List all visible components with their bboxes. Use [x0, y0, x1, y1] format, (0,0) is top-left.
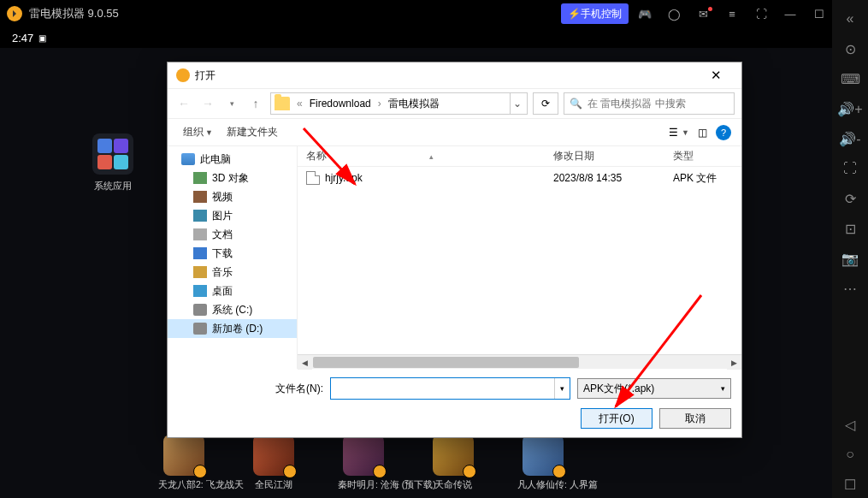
tree-music[interactable]: 音乐 [168, 263, 297, 282]
maximize-button[interactable]: ☐ [806, 3, 832, 24]
tree-this-pc[interactable]: 此电脑 [168, 150, 297, 169]
tree-pictures[interactable]: 图片 [168, 206, 297, 225]
file-open-dialog: 打开 ✕ ← → ▾ ↑ « Firedownload › 雷电模拟器 ⌄ ⟳ … [167, 62, 742, 438]
tree-desktop[interactable]: 桌面 [168, 282, 297, 300]
dialog-footer: 文件名(N): ▾ APK文件(*.apk) ▾ 打开(O) 取消 [168, 369, 741, 437]
record-icon[interactable]: ⊡ [836, 215, 865, 242]
filename-label: 文件名(N): [178, 382, 323, 396]
organize-menu[interactable]: 组织▼ [178, 122, 218, 142]
minimize-button[interactable]: — [777, 3, 803, 24]
tree-documents[interactable]: 文档 [168, 225, 297, 244]
folder-icon [275, 97, 290, 110]
file-list-pane: 名称▴ 修改日期 类型 hjrjy.apk 2023/8/8 14:35 APK… [298, 146, 741, 369]
menu-icon[interactable]: ≡ [719, 3, 745, 24]
breadcrumb-bar[interactable]: « Firedownload › 雷电模拟器 ⌄ [270, 92, 528, 115]
nav-forward-button[interactable]: → [198, 97, 217, 110]
dialog-titlebar: 打开 ✕ [168, 62, 741, 88]
column-date[interactable]: 修改日期 [545, 149, 664, 163]
new-folder-button[interactable]: 新建文件夹 [221, 122, 283, 142]
app-titlebar: 雷电模拟器 9.0.55 ⚡ 手机控制 🎮 ◯ ✉ ≡ ⛶ — ☐ ✕ [0, 0, 868, 27]
refresh-icon[interactable]: ⟳ [836, 185, 865, 212]
mail-icon[interactable]: ✉ [690, 3, 716, 24]
tree-videos[interactable]: 视频 [168, 187, 297, 206]
back-nav-icon[interactable]: ◁ [836, 411, 865, 438]
gamepad-icon[interactable]: 🎮 [632, 3, 658, 24]
android-statusbar: 2:47 ▣ ▾ ◢ ▮ [0, 27, 868, 48]
app-item[interactable]: 天命传说 [428, 435, 479, 491]
search-input[interactable] [588, 98, 729, 110]
volume-down-icon[interactable]: 🔊- [836, 125, 865, 152]
cancel-button[interactable]: 取消 [659, 408, 731, 429]
scroll-right-button[interactable]: ▶ [727, 355, 741, 370]
breadcrumb-item[interactable]: Firedownload [306, 96, 375, 111]
fullscreen-icon[interactable]: ⛶ [748, 3, 774, 24]
search-box[interactable]: 🔍 [564, 92, 735, 115]
app-item[interactable]: 凡人修仙传: 人界篇 [517, 435, 569, 491]
collapse-icon[interactable]: « [836, 5, 865, 33]
filename-input[interactable] [331, 378, 554, 399]
file-row[interactable]: hjrjy.apk 2023/8/8 14:35 APK 文件 [298, 167, 741, 189]
notification-icon: ▣ [38, 33, 46, 43]
keyboard-icon[interactable]: ⌨ [836, 65, 865, 92]
open-button[interactable]: 打开(O) [581, 408, 652, 429]
bolt-icon: ⚡ [568, 8, 581, 20]
sort-indicator-icon: ▴ [429, 152, 434, 161]
dialog-logo-icon [176, 68, 190, 82]
expand-icon[interactable]: ⛶ [836, 155, 865, 182]
column-name[interactable]: 名称▴ [298, 149, 545, 163]
app-item[interactable]: 天龙八部2: 飞龙战天 [158, 435, 210, 491]
dock-apps: 天龙八部2: 飞龙战天 全民江湖 秦时明月: 沧海 (预下载) 天命传说 凡人修… [86, 435, 806, 491]
horizontal-scrollbar[interactable]: ◀ ▶ [298, 354, 741, 369]
tree-3d-objects[interactable]: 3D 对象 [168, 169, 297, 187]
phone-control-button[interactable]: ⚡ 手机控制 [561, 3, 629, 24]
file-list-header: 名称▴ 修改日期 类型 [298, 146, 741, 167]
clock: 2:47 [12, 32, 33, 44]
preview-icon: ◫ [698, 127, 707, 139]
search-icon: 🔍 [570, 98, 582, 110]
settings-icon[interactable]: ⊙ [836, 35, 865, 62]
app-item[interactable]: 秦时明月: 沧海 (预下载) [338, 435, 389, 491]
help-button[interactable]: ? [716, 125, 731, 140]
dialog-nav-bar: ← → ▾ ↑ « Firedownload › 雷电模拟器 ⌄ ⟳ 🔍 [168, 88, 741, 119]
app-item[interactable]: 全民江湖 [248, 435, 299, 491]
screenshot-icon[interactable]: 📷 [836, 245, 865, 272]
nav-recent-dropdown[interactable]: ▾ [222, 99, 241, 108]
view-mode-button[interactable]: ☰▼ [669, 127, 689, 139]
dialog-close-button[interactable]: ✕ [699, 68, 733, 83]
dialog-toolbar: 组织▼ 新建文件夹 ☰▼ ◫ ? [168, 119, 741, 146]
volume-up-icon[interactable]: 🔊+ [836, 95, 865, 122]
more-icon[interactable]: ⋯ [836, 275, 865, 302]
system-apps-folder[interactable]: 系统应用 [92, 133, 133, 193]
recents-nav-icon[interactable]: ☐ [836, 471, 865, 498]
emulator-side-toolbar: « ⊙ ⌨ 🔊+ 🔊- ⛶ ⟳ ⊡ 📷 ⋯ ◁ ○ ☐ [832, 0, 868, 498]
file-type-filter[interactable]: APK文件(*.apk) ▾ [577, 378, 731, 399]
scroll-thumb[interactable] [313, 357, 579, 368]
column-type[interactable]: 类型 [664, 149, 741, 163]
breadcrumb-dropdown[interactable]: ⌄ [510, 93, 523, 114]
tree-drive-d[interactable]: 新加卷 (D:) [168, 319, 297, 338]
dialog-title: 打开 [195, 68, 216, 83]
home-nav-icon[interactable]: ○ [836, 441, 865, 468]
refresh-button[interactable]: ⟳ [533, 92, 558, 115]
chevron-down-icon: ▾ [721, 384, 725, 393]
tree-drive-c[interactable]: 系统 (C:) [168, 300, 297, 319]
app-logo-icon [7, 6, 22, 21]
scroll-left-button[interactable]: ◀ [298, 355, 312, 370]
list-view-icon: ☰ [669, 127, 678, 139]
user-icon[interactable]: ◯ [661, 3, 687, 24]
tree-downloads[interactable]: 下载 [168, 244, 297, 263]
breadcrumb-item[interactable]: 雷电模拟器 [385, 95, 443, 113]
nav-up-button[interactable]: ↑ [246, 97, 265, 110]
preview-pane-button[interactable]: ◫ [698, 127, 707, 139]
nav-back-button[interactable]: ← [174, 97, 193, 110]
filename-dropdown[interactable]: ▾ [554, 378, 570, 399]
folder-tree[interactable]: 此电脑 3D 对象 视频 图片 文档 下载 音乐 桌面 系统 (C:) 新加卷 … [168, 146, 298, 369]
file-icon [306, 171, 320, 185]
app-title: 雷电模拟器 9.0.55 [29, 6, 558, 21]
system-apps-label: 系统应用 [92, 180, 133, 193]
